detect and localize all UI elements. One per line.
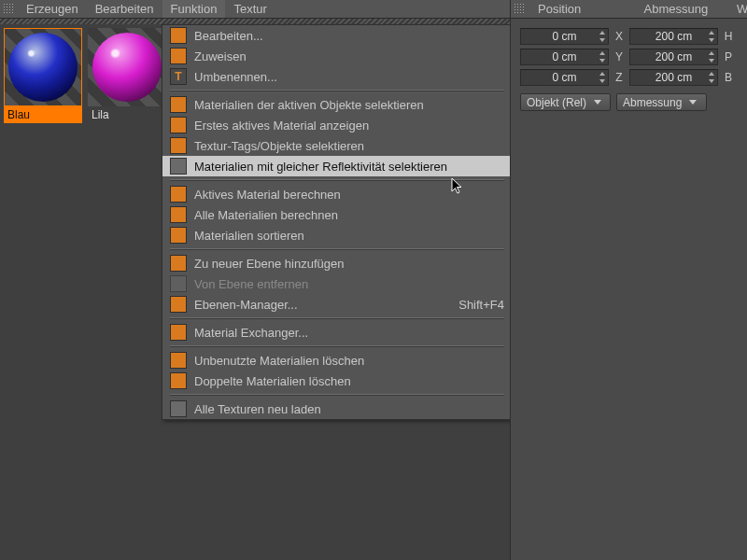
menu-item-icon bbox=[170, 255, 187, 272]
material-sphere-icon bbox=[8, 33, 78, 102]
material-lila[interactable]: Lila bbox=[88, 28, 166, 123]
axis-label-z: Z bbox=[614, 71, 624, 84]
menu-item-erstes-aktives-material-anzeigen[interactable]: Erstes aktives Material anzeigen bbox=[162, 115, 512, 135]
menu-textur[interactable]: Textur bbox=[225, 0, 275, 18]
coord-dropdown-row: Objekt (Rel)Abmessung bbox=[520, 93, 747, 111]
menu-item-label: Ebenen-Manager... bbox=[194, 298, 458, 312]
menu-separator bbox=[170, 179, 504, 181]
chevron-down-icon bbox=[689, 100, 697, 105]
menu-item-label: Material Exchanger... bbox=[194, 326, 504, 340]
dimension-b-field[interactable]: 200 cm bbox=[629, 69, 718, 86]
position-x-field[interactable]: 0 cm bbox=[520, 28, 609, 45]
menu-item-umbenennen[interactable]: TUmbenennen... bbox=[162, 66, 512, 87]
menu-item-bearbeiten[interactable]: Bearbeiten... bbox=[162, 25, 512, 46]
menu-item-label: Zu neuer Ebene hinzufügen bbox=[194, 257, 504, 271]
menu-item-icon bbox=[170, 227, 187, 244]
material-sphere-icon bbox=[92, 33, 162, 102]
axis-label-y: Y bbox=[614, 50, 624, 63]
dimension-h-field[interactable]: 200 cm bbox=[629, 28, 718, 45]
menu-item-icon: T bbox=[170, 68, 187, 85]
position-z-field[interactable]: 0 cm bbox=[520, 69, 609, 86]
menu-item-materialien-mit-gleicher-reflektivit-t-selektieren[interactable]: Materialien mit gleicher Reflektivität s… bbox=[162, 156, 512, 176]
dimension-b-field-value: 200 cm bbox=[655, 71, 692, 84]
chevron-down-icon bbox=[594, 100, 601, 105]
grip-icon bbox=[4, 4, 14, 14]
axis-label-x: X bbox=[614, 30, 624, 43]
material-swatch[interactable] bbox=[4, 28, 82, 106]
stepper-icon[interactable] bbox=[707, 71, 716, 84]
menu-item-label: Zuweisen bbox=[194, 49, 504, 63]
header-w: W bbox=[737, 2, 747, 16]
menu-item-alle-texturen-neu-laden[interactable]: Alle Texturen neu laden bbox=[162, 399, 512, 419]
grip-icon bbox=[514, 4, 525, 14]
menu-item-label: Materialien mit gleicher Reflektivität s… bbox=[194, 160, 504, 174]
menu-bearbeiten[interactable]: Bearbeiten bbox=[87, 0, 162, 18]
menu-funktion[interactable]: Funktion bbox=[162, 0, 226, 18]
menu-item-von-ebene-entfernen: Von Ebene entfernen bbox=[162, 273, 512, 294]
menu-item-icon bbox=[170, 48, 187, 64]
menu-item-label: Erstes aktives Material anzeigen bbox=[194, 119, 504, 133]
menu-item-material-exchanger[interactable]: Material Exchanger... bbox=[162, 322, 512, 343]
menu-item-icon bbox=[170, 352, 187, 369]
svg-rect-0 bbox=[4, 4, 14, 14]
menu-item-icon bbox=[170, 372, 187, 389]
menu-item-icon bbox=[170, 400, 187, 417]
menu-item-icon bbox=[170, 206, 187, 223]
menu-item-label: Alle Materialien berechnen bbox=[194, 208, 504, 222]
menu-item-zu-neuer-ebene-hinzuf-gen[interactable]: Zu neuer Ebene hinzufügen bbox=[162, 253, 512, 273]
dimension-h-field-value: 200 cm bbox=[655, 30, 692, 43]
menu-item-icon bbox=[170, 117, 187, 133]
stepper-icon[interactable] bbox=[598, 50, 607, 63]
coord-row-y: 0 cmY200 cmP bbox=[520, 47, 747, 67]
axis-label-b: B bbox=[724, 71, 733, 84]
menu-item-label: Materialien sortieren bbox=[194, 229, 504, 243]
menu-item-label: Materialien der aktiven Objekte selektie… bbox=[194, 98, 504, 112]
menu-item-icon bbox=[170, 137, 187, 154]
material-swatch[interactable] bbox=[88, 28, 166, 106]
position-x-field-value: 0 cm bbox=[552, 30, 576, 43]
stepper-icon[interactable] bbox=[707, 30, 716, 43]
menu-item-icon bbox=[170, 96, 187, 113]
material-label[interactable]: Blau bbox=[4, 106, 82, 123]
coordinates-header: Position Abmessung W bbox=[511, 0, 747, 19]
dimension-p-field[interactable]: 200 cm bbox=[629, 49, 718, 65]
dimension-mode-dropdown-label: Abmessung bbox=[623, 96, 682, 109]
menu-item-icon bbox=[170, 296, 187, 313]
header-position: Position bbox=[529, 2, 644, 16]
menu-erzeugen[interactable]: Erzeugen bbox=[18, 0, 87, 18]
menu-item-label: Doppelte Materialien löschen bbox=[194, 374, 504, 388]
menu-item-ebenen-manager[interactable]: Ebenen-Manager...Shift+F4 bbox=[162, 294, 512, 315]
material-label[interactable]: Lila bbox=[88, 106, 166, 123]
menu-item-materialien-der-aktiven-objekte-selektieren[interactable]: Materialien der aktiven Objekte selektie… bbox=[162, 94, 512, 115]
menu-item-textur-tags-objekte-selektieren[interactable]: Textur-Tags/Objekte selektieren bbox=[162, 135, 512, 156]
menu-item-unbenutzte-materialien-l-schen[interactable]: Unbenutzte Materialien löschen bbox=[162, 350, 512, 371]
menu-item-icon bbox=[170, 186, 187, 203]
funktion-dropdown: Bearbeiten...ZuweisenTUmbenennen...Mater… bbox=[162, 24, 513, 420]
menu-item-doppelte-materialien-l-schen[interactable]: Doppelte Materialien löschen bbox=[162, 371, 512, 391]
menu-item-zuweisen[interactable]: Zuweisen bbox=[162, 46, 512, 66]
menu-item-shortcut: Shift+F4 bbox=[458, 298, 504, 312]
menu-separator bbox=[170, 317, 504, 319]
position-y-field[interactable]: 0 cm bbox=[520, 49, 609, 65]
coord-row-x: 0 cmX200 cmH bbox=[520, 26, 747, 47]
dimension-mode-dropdown[interactable]: Abmessung bbox=[616, 93, 707, 111]
svg-rect-2 bbox=[514, 4, 525, 14]
frame-mode-dropdown[interactable]: Objekt (Rel) bbox=[520, 93, 611, 111]
menu-item-alle-materialien-berechnen[interactable]: Alle Materialien berechnen bbox=[162, 204, 512, 225]
coordinates-fields: 0 cmX200 cmH0 cmY200 cmP0 cmZ200 cmBObje… bbox=[511, 24, 747, 111]
menu-item-label: Aktives Material berechnen bbox=[194, 188, 504, 202]
stepper-icon[interactable] bbox=[598, 71, 607, 84]
menu-item-materialien-sortieren[interactable]: Materialien sortieren bbox=[162, 225, 512, 245]
menu-item-aktives-material-berechnen[interactable]: Aktives Material berechnen bbox=[162, 184, 512, 204]
position-z-field-value: 0 cm bbox=[552, 71, 576, 84]
stepper-icon[interactable] bbox=[707, 50, 716, 63]
position-y-field-value: 0 cm bbox=[552, 50, 576, 63]
stepper-icon[interactable] bbox=[598, 30, 607, 43]
menu-separator bbox=[170, 394, 504, 396]
menu-item-label: Unbenutzte Materialien löschen bbox=[194, 354, 504, 368]
menu-separator bbox=[170, 345, 504, 347]
menu-separator bbox=[170, 248, 504, 250]
material-blau[interactable]: Blau bbox=[4, 28, 82, 123]
menu-item-icon bbox=[170, 324, 187, 341]
menu-item-icon bbox=[170, 275, 187, 292]
